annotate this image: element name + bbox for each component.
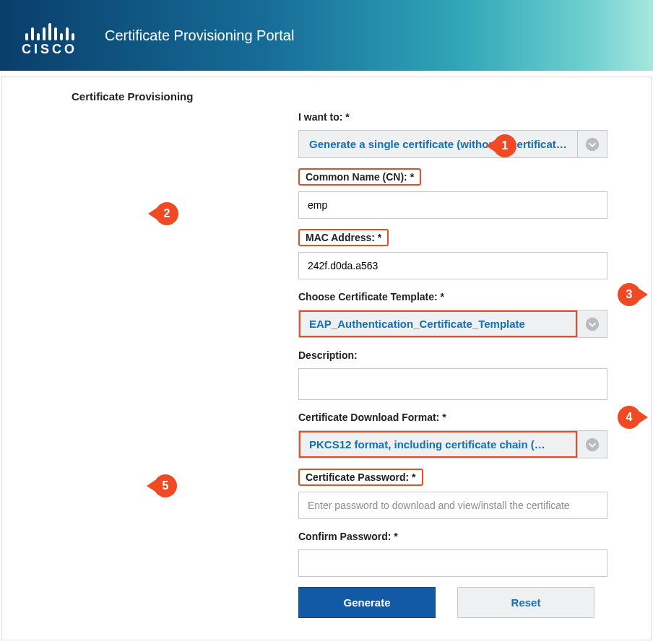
callout-3: 3: [618, 283, 641, 306]
reset-button[interactable]: Reset: [457, 587, 594, 618]
dropdown-i-want-to[interactable]: Generate a single certificate (without a…: [298, 130, 607, 158]
label-download-format: Certificate Download Format: *: [298, 410, 451, 425]
page-title: Certificate Provisioning Portal: [105, 27, 294, 44]
chevron-down-icon[interactable]: [577, 430, 607, 458]
label-i-want-to: I want to: *: [298, 110, 354, 124]
input-mac-address[interactable]: [298, 252, 607, 279]
svg-point-1: [586, 317, 599, 330]
form-area: 1 2 3 4 5 I want to: * Generate a single…: [2, 110, 651, 640]
chevron-down-icon[interactable]: [577, 130, 607, 158]
dropdown-download-format-value: PKCS12 format, including certificate cha…: [298, 430, 577, 458]
app-header: CISCO Certificate Provisioning Portal: [0, 0, 653, 71]
generate-button[interactable]: Generate: [298, 587, 436, 618]
section-title: Certificate Provisioning: [2, 77, 651, 110]
callout-1: 1: [493, 134, 516, 157]
field-cert-password: Certificate Password: * i: [298, 469, 607, 519]
field-download-format: Certificate Download Format: * PKCS12 fo…: [298, 410, 607, 458]
label-cert-password: Certificate Password: *: [298, 469, 423, 486]
content-panel: Certificate Provisioning 1 2 3 4 5 I wan…: [1, 77, 652, 640]
label-common-name: Common Name (CN): *: [298, 168, 421, 186]
label-confirm-password: Confirm Password: *: [298, 529, 402, 544]
cisco-logo-text: CISCO: [22, 42, 77, 57]
svg-point-0: [586, 137, 599, 150]
callout-4: 4: [618, 406, 641, 429]
input-cert-password[interactable]: [298, 492, 607, 519]
cisco-logo-bars: [25, 20, 74, 40]
field-description: Description:: [298, 348, 607, 400]
label-mac-address: MAC Address: *: [298, 229, 389, 246]
field-template: Choose Certificate Template: * EAP_Authe…: [298, 290, 607, 338]
chevron-down-icon[interactable]: [577, 310, 607, 338]
cisco-logo: CISCO: [22, 20, 77, 57]
dropdown-download-format[interactable]: PKCS12 format, including certificate cha…: [298, 430, 607, 458]
label-template: Choose Certificate Template: *: [298, 290, 449, 304]
dropdown-template-value: EAP_Authentication_Certificate_Template: [298, 310, 577, 338]
input-common-name[interactable]: [298, 191, 607, 219]
dropdown-template[interactable]: EAP_Authentication_Certificate_Template: [298, 310, 607, 338]
field-confirm-password: Confirm Password: *: [298, 529, 607, 577]
callout-2: 2: [155, 202, 178, 225]
input-confirm-password[interactable]: [298, 549, 607, 577]
label-description: Description:: [298, 348, 362, 362]
input-description[interactable]: [298, 368, 607, 400]
svg-point-2: [586, 438, 599, 451]
field-i-want-to: I want to: * Generate a single certifica…: [298, 110, 607, 158]
dropdown-i-want-to-value: Generate a single certificate (without a…: [298, 130, 577, 158]
field-common-name: Common Name (CN): *: [298, 168, 607, 219]
field-mac-address: MAC Address: *: [298, 229, 607, 279]
callout-5: 5: [154, 474, 177, 497]
button-row: Generate Reset: [298, 587, 607, 618]
